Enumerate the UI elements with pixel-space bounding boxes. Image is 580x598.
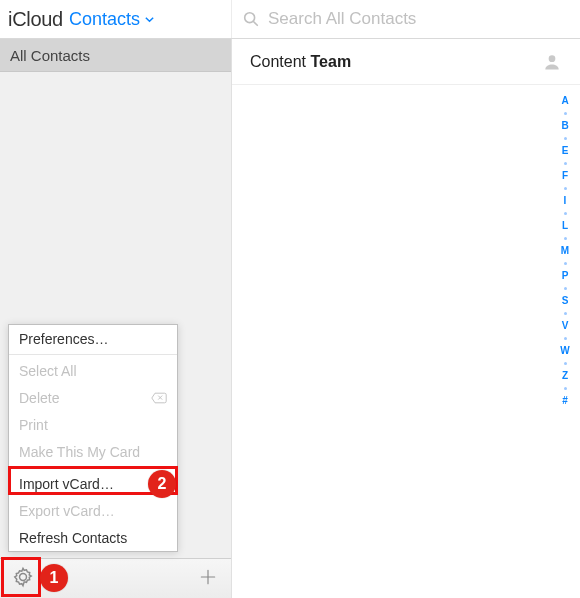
brand-label: iCloud [8,8,63,31]
section-dropdown[interactable]: Contacts [69,9,155,30]
groups-sidebar: All Contacts Preferences… Select All Del… [0,39,232,598]
svg-point-0 [245,13,255,23]
header-bar: iCloud Contacts [0,0,580,39]
menu-preferences-label: Preferences… [19,331,108,347]
person-icon [542,52,562,72]
backspace-icon [151,392,167,404]
alphabet-index[interactable]: ABEFILMPSVWZ# [558,96,572,406]
main-area: All Contacts Preferences… Select All Del… [0,39,580,598]
search-icon [242,10,260,28]
alpha-index-item[interactable]: S [558,296,572,306]
group-all-contacts[interactable]: All Contacts [0,39,231,72]
alpha-index-dot [564,262,567,265]
chevron-down-icon [144,14,155,25]
header-left: iCloud Contacts [0,0,232,38]
group-label: All Contacts [10,47,90,64]
alpha-index-dot [564,287,567,290]
menu-separator [9,354,177,355]
menu-print[interactable]: Print [9,411,177,438]
menu-print-label: Print [19,417,48,433]
alpha-index-dot [564,137,567,140]
menu-select-all[interactable]: Select All [9,357,177,384]
contact-first-name: Content [250,53,306,70]
menu-delete-label: Delete [19,390,59,406]
settings-menu: Preferences… Select All Delete Print Mak… [8,324,178,552]
menu-import-vcard[interactable]: Import vCard… [9,470,177,497]
alpha-index-item[interactable]: Z [558,371,572,381]
alpha-index-dot [564,187,567,190]
alpha-index-item[interactable]: I [558,196,572,206]
alpha-index-dot [564,212,567,215]
alpha-index-dot [564,162,567,165]
menu-preferences[interactable]: Preferences… [9,325,177,352]
search-bar[interactable] [232,0,580,38]
alpha-index-dot [564,237,567,240]
alpha-index-item[interactable]: A [558,96,572,106]
alpha-index-dot [564,312,567,315]
add-button[interactable] [195,566,221,592]
alpha-index-item[interactable]: E [558,146,572,156]
alpha-index-item[interactable]: # [558,396,572,406]
alpha-index-item[interactable]: B [558,121,572,131]
contact-name: Content Team [250,53,351,71]
sidebar-toolbar [0,558,231,598]
alpha-index-item[interactable]: W [558,346,572,356]
menu-select-all-label: Select All [19,363,77,379]
svg-point-2 [549,55,556,62]
menu-refresh-label: Refresh Contacts [19,530,127,546]
alpha-index-item[interactable]: P [558,271,572,281]
search-input[interactable] [268,9,580,29]
alpha-index-dot [564,112,567,115]
alpha-index-item[interactable]: V [558,321,572,331]
menu-make-my-card[interactable]: Make This My Card [9,438,177,465]
alpha-index-dot [564,337,567,340]
alpha-index-item[interactable]: M [558,246,572,256]
alpha-index-dot [564,387,567,390]
svg-line-1 [254,22,258,26]
alpha-index-item[interactable]: F [558,171,572,181]
contacts-list: Content Team [232,39,580,598]
settings-button[interactable] [10,566,36,592]
contact-row[interactable]: Content Team [232,39,580,85]
menu-separator [9,467,177,468]
menu-export-vcard[interactable]: Export vCard… [9,497,177,524]
section-dropdown-label: Contacts [69,9,140,30]
alpha-index-dot [564,362,567,365]
alpha-index-item[interactable]: L [558,221,572,231]
menu-export-vcard-label: Export vCard… [19,503,115,519]
menu-refresh-contacts[interactable]: Refresh Contacts [9,524,177,551]
gear-icon [12,566,34,592]
plus-icon [198,567,218,591]
menu-import-vcard-label: Import vCard… [19,476,114,492]
menu-make-my-card-label: Make This My Card [19,444,140,460]
menu-delete[interactable]: Delete [9,384,177,411]
contact-last-name: Team [311,53,352,70]
